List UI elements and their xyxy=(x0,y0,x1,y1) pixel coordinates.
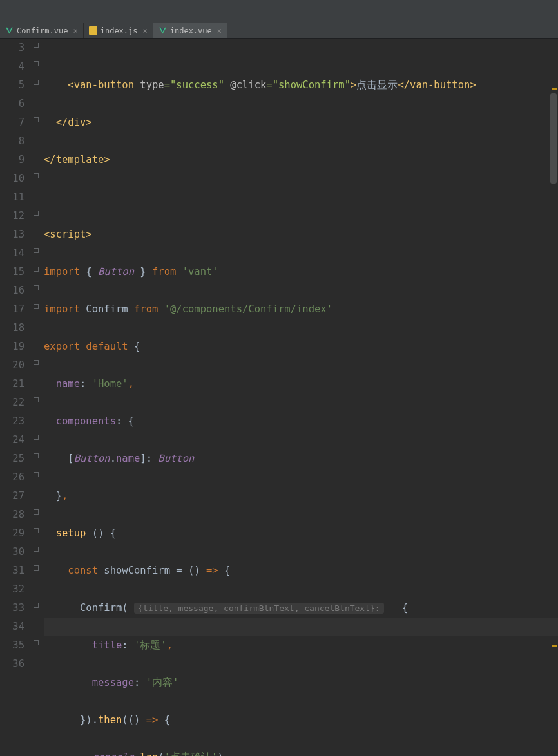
code-line: [Button.name]: Button xyxy=(44,449,558,468)
line-number: 10 xyxy=(0,169,24,188)
close-icon[interactable]: × xyxy=(73,26,77,35)
parameter-hint: {title, message, confirmBtnText, cancelB… xyxy=(134,603,384,614)
fold-marker[interactable] xyxy=(34,603,39,608)
fold-marker[interactable] xyxy=(34,285,39,290)
line-number: 12 xyxy=(0,207,24,225)
line-number: 26 xyxy=(0,468,24,487)
fold-marker[interactable] xyxy=(34,43,39,48)
line-number: 35 xyxy=(0,636,24,655)
fold-marker[interactable] xyxy=(34,117,39,122)
tab-label: index.vue xyxy=(170,26,212,35)
fold-marker[interactable] xyxy=(34,528,39,533)
code-line: name: 'Home', xyxy=(44,375,558,393)
code-line: import Confirm from '@/components/Confir… xyxy=(44,300,558,319)
line-number: 20 xyxy=(0,356,24,375)
code-line: <van-button type="success" @click="showC… xyxy=(44,76,558,95)
fold-marker[interactable] xyxy=(34,211,39,216)
code-editor[interactable]: 3456789101112131415161718192021222324252… xyxy=(0,39,558,756)
tab-label: index.js xyxy=(101,26,138,35)
line-number: 25 xyxy=(0,449,24,468)
fold-marker[interactable] xyxy=(34,267,39,272)
fold-marker[interactable] xyxy=(34,509,39,515)
vue-icon xyxy=(159,26,167,35)
code-line: components: { xyxy=(44,412,558,431)
fold-marker[interactable] xyxy=(34,547,39,552)
fold-marker[interactable] xyxy=(34,640,39,645)
code-line: console.log('点击确认') xyxy=(44,748,558,756)
tab-confirm-vue[interactable]: Confirm.vue × xyxy=(0,23,84,38)
fold-marker[interactable] xyxy=(34,453,39,458)
code-line: export default { xyxy=(44,337,558,356)
code-line: setup () { xyxy=(44,524,558,543)
code-line: </template> xyxy=(44,151,558,169)
line-number: 18 xyxy=(0,319,24,337)
tab-label: Confirm.vue xyxy=(17,26,68,35)
line-number: 5 xyxy=(0,76,24,95)
line-number: 11 xyxy=(0,188,24,207)
vertical-scrollbar[interactable] xyxy=(550,77,557,756)
editor-tabs: Confirm.vue × index.js × index.vue × xyxy=(0,23,558,39)
code-line: }, xyxy=(44,487,558,506)
line-number: 27 xyxy=(0,487,24,506)
code-line: <script> xyxy=(44,225,558,244)
line-number: 3 xyxy=(0,39,24,57)
line-number: 21 xyxy=(0,375,24,393)
tab-index-js[interactable]: index.js × xyxy=(84,23,153,38)
line-number: 34 xyxy=(0,618,24,636)
line-number: 28 xyxy=(0,506,24,524)
vue-icon xyxy=(5,26,14,35)
line-number: 19 xyxy=(0,337,24,356)
warning-stripe[interactable] xyxy=(552,645,557,647)
code-line xyxy=(44,188,558,207)
code-area[interactable]: <van-button type="success" @click="showC… xyxy=(44,39,558,756)
line-number: 4 xyxy=(0,57,24,76)
line-number: 6 xyxy=(0,95,24,113)
fold-marker[interactable] xyxy=(34,248,39,253)
code-line: </div> xyxy=(44,113,558,132)
line-number: 24 xyxy=(0,431,24,449)
fold-marker[interactable] xyxy=(34,80,39,85)
line-number: 17 xyxy=(0,300,24,319)
line-number: 33 xyxy=(0,599,24,618)
code-line: message: '内容' xyxy=(44,674,558,692)
js-icon xyxy=(89,26,97,35)
caret-line-highlight xyxy=(44,618,558,636)
line-number: 9 xyxy=(0,151,24,169)
line-number: 8 xyxy=(0,132,24,151)
line-number: 30 xyxy=(0,543,24,562)
title-bar xyxy=(0,0,558,23)
fold-marker[interactable] xyxy=(34,61,39,66)
line-number: 23 xyxy=(0,412,24,431)
line-number: 32 xyxy=(0,580,24,599)
fold-marker[interactable] xyxy=(34,435,39,440)
line-number: 29 xyxy=(0,524,24,543)
fold-marker[interactable] xyxy=(34,472,39,477)
fold-marker[interactable] xyxy=(34,304,39,309)
code-line: title: '标题', xyxy=(44,636,558,655)
close-icon[interactable]: × xyxy=(217,26,222,35)
line-number: 16 xyxy=(0,281,24,300)
fold-marker[interactable] xyxy=(34,565,39,571)
fold-marker[interactable] xyxy=(34,397,39,402)
line-number: 22 xyxy=(0,393,24,412)
close-icon[interactable]: × xyxy=(143,26,148,35)
scrollbar-thumb[interactable] xyxy=(550,93,557,184)
line-number: 14 xyxy=(0,244,24,263)
line-number: 7 xyxy=(0,113,24,132)
code-line: import { Button } from 'vant' xyxy=(44,263,558,281)
line-number: 36 xyxy=(0,655,24,674)
warning-stripe[interactable] xyxy=(552,88,557,90)
code-line: }).then(() => { xyxy=(44,711,558,730)
line-numbers: 3456789101112131415161718192021222324252… xyxy=(0,39,32,756)
code-line: const showConfirm = () => { xyxy=(44,562,558,580)
fold-column xyxy=(32,39,44,756)
tab-index-vue[interactable]: index.vue × xyxy=(153,23,227,38)
code-line: Confirm( {title, message, confirmBtnText… xyxy=(44,599,558,618)
fold-marker[interactable] xyxy=(34,360,39,365)
line-number: 31 xyxy=(0,562,24,580)
fold-marker[interactable] xyxy=(34,173,39,178)
line-number: 15 xyxy=(0,263,24,281)
line-number: 13 xyxy=(0,225,24,244)
